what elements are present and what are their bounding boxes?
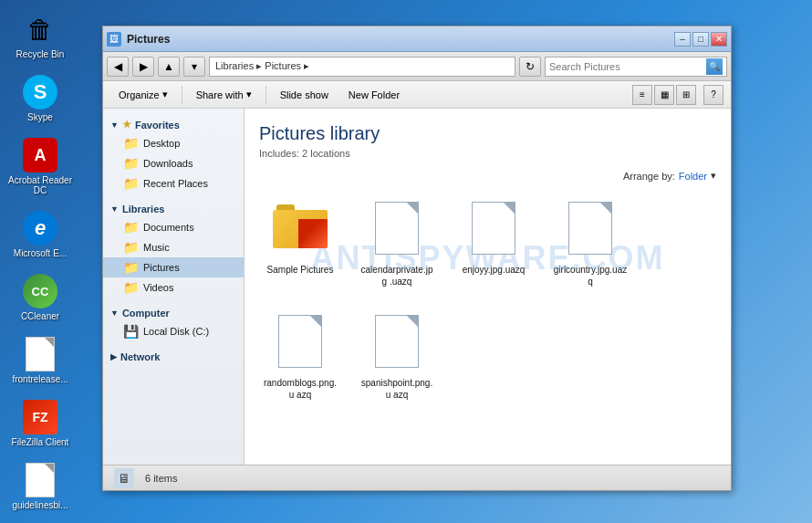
- view-details-button[interactable]: ▦: [654, 85, 674, 105]
- close-button[interactable]: ✕: [711, 32, 727, 47]
- filezilla-icon: FZ: [22, 399, 58, 435]
- enjoyy-icon: [462, 196, 526, 260]
- skype-label: Skype: [27, 112, 53, 122]
- disk-icon: 💾: [123, 324, 139, 339]
- window-title-icon: 🖼: [107, 32, 121, 47]
- desktop-icon-guidelinesbi[interactable]: guidelinesbi...: [4, 458, 77, 514]
- arrange-by-label: Arrange by:: [623, 171, 675, 182]
- generic-file-icon-2: [472, 202, 515, 255]
- recycle-bin-label: Recycle Bin: [16, 49, 65, 59]
- calendarprivate-icon: [365, 196, 429, 260]
- desktop-icon-acrobat[interactable]: A Acrobat Reader DC: [4, 133, 77, 199]
- file-item-girlcountry[interactable]: girlcountry.jpg.uaz q: [549, 193, 631, 291]
- recent-locations-button[interactable]: ▾: [183, 57, 205, 77]
- arrange-chevron-icon[interactable]: ▾: [711, 170, 716, 182]
- view-icons-button[interactable]: ⊞: [676, 85, 696, 105]
- minimize-button[interactable]: –: [674, 32, 691, 47]
- sidebar-network-header[interactable]: ▶ Network: [103, 349, 244, 365]
- folder-body: [273, 210, 328, 248]
- address-path[interactable]: Libraries ▸ Pictures ▸: [209, 57, 515, 77]
- ccleaner-label: CCleaner: [21, 311, 59, 321]
- file-item-randomblogs[interactable]: randomblogs.png.u azq: [259, 306, 341, 404]
- organize-button[interactable]: Organize ▾: [110, 84, 176, 106]
- desktop-icon-recycle-bin[interactable]: 🗑 Recycle Bin: [4, 7, 77, 63]
- sidebar-item-music[interactable]: 📁 Music: [103, 237, 244, 257]
- pictures-icon: 📁: [123, 260, 139, 275]
- guidelinesbi-icon: [22, 462, 58, 498]
- share-with-label: Share with: [196, 89, 244, 100]
- back-button[interactable]: ◀: [107, 57, 129, 77]
- desktop-icon-frontrelease[interactable]: frontrelease...: [4, 332, 77, 388]
- sidebar-pictures-label: Pictures: [143, 262, 180, 273]
- new-folder-button[interactable]: New Folder: [340, 84, 408, 106]
- spanishpoint-icon: [365, 309, 429, 373]
- desktop-icon-skype[interactable]: S Skype: [4, 70, 77, 126]
- toolbar-separator-2: [265, 86, 266, 104]
- sidebar-music-label: Music: [143, 242, 170, 253]
- girlcountry-icon: [558, 196, 622, 260]
- status-bar: 🖥 6 items: [103, 465, 731, 490]
- content-title: Pictures library: [259, 123, 716, 144]
- sidebar: ▼ ★ Favorites 📁 Desktop 📁 Downloads 📁 Re…: [103, 109, 245, 465]
- edge-icon: e: [22, 210, 58, 246]
- frontrelease-icon: [22, 336, 58, 372]
- folder-image: [298, 219, 328, 248]
- sidebar-item-pictures[interactable]: 📁 Pictures: [103, 257, 244, 277]
- toolbar-separator-1: [182, 86, 182, 104]
- forward-button[interactable]: ▶: [132, 57, 154, 77]
- file-item-calendarprivate[interactable]: calendarprivate.jpg .uazq: [356, 193, 438, 291]
- sidebar-documents-label: Documents: [143, 222, 194, 233]
- desktop-icon-filezilla[interactable]: FZ FileZilla Client: [4, 395, 77, 451]
- sample-pictures-icon: [268, 196, 332, 260]
- file-label-enjoyy: enjoyy.jpg.uazq: [463, 264, 526, 276]
- search-box[interactable]: 🔍: [545, 57, 727, 77]
- sidebar-section-favorites: ▼ ★ Favorites 📁 Desktop 📁 Downloads 📁 Re…: [103, 116, 244, 194]
- desktop-icon-edge[interactable]: e Microsoft E...: [4, 206, 77, 262]
- sidebar-item-local-disk[interactable]: 💾 Local Disk (C:): [103, 321, 244, 341]
- main-area: ▼ ★ Favorites 📁 Desktop 📁 Downloads 📁 Re…: [103, 109, 731, 465]
- sidebar-item-documents[interactable]: 📁 Documents: [103, 217, 244, 237]
- window-title: Pictures: [127, 33, 674, 46]
- file-label-sample-pictures: Sample Pictures: [267, 264, 334, 276]
- search-input[interactable]: [549, 61, 703, 72]
- explorer-window: 🖼 Pictures – □ ✕ ◀ ▶ ▲ ▾ Libraries ▸ Pic…: [102, 26, 732, 491]
- path-text: Libraries ▸ Pictures ▸: [215, 60, 309, 72]
- sidebar-videos-label: Videos: [143, 282, 173, 293]
- up-button[interactable]: ▲: [158, 57, 180, 77]
- file-item-sample-pictures[interactable]: Sample Pictures: [259, 193, 341, 291]
- refresh-button[interactable]: ↻: [519, 57, 541, 77]
- share-with-button[interactable]: Share with ▾: [188, 84, 260, 106]
- sidebar-item-downloads[interactable]: 📁 Downloads: [103, 153, 244, 173]
- status-computer-icon: 🖥: [114, 468, 134, 488]
- sidebar-libraries-header[interactable]: ▼ Libraries: [103, 201, 244, 217]
- toolbar: Organize ▾ Share with ▾ Slide show New F…: [103, 81, 731, 109]
- file-item-spanishpoint[interactable]: spanishpoint.png.u azq: [356, 306, 438, 404]
- randomblogs-icon: [268, 309, 332, 373]
- arrange-bar: Arrange by: Folder ▾: [259, 170, 716, 182]
- sidebar-recent-label: Recent Places: [143, 178, 208, 189]
- arrange-by-value[interactable]: Folder: [679, 171, 707, 182]
- computer-arrow-icon: ▼: [110, 309, 119, 318]
- sidebar-item-recent-places[interactable]: 📁 Recent Places: [103, 173, 244, 194]
- favorites-arrow-icon: ▼: [110, 120, 119, 130]
- file-label-randomblogs: randomblogs.png.u azq: [263, 377, 338, 401]
- slide-show-button[interactable]: Slide show: [272, 84, 337, 106]
- sidebar-computer-header[interactable]: ▼ Computer: [103, 305, 244, 321]
- recent-folder-icon: 📁: [123, 176, 139, 191]
- sidebar-favorites-header[interactable]: ▼ ★ Favorites: [103, 116, 244, 133]
- maximize-button[interactable]: □: [692, 32, 709, 47]
- sidebar-item-desktop[interactable]: 📁 Desktop: [103, 133, 244, 153]
- sidebar-item-videos[interactable]: 📁 Videos: [103, 277, 244, 298]
- address-bar: ◀ ▶ ▲ ▾ Libraries ▸ Pictures ▸ ↻ 🔍: [103, 52, 731, 81]
- file-item-enjoyy[interactable]: enjoyy.jpg.uazq: [453, 193, 535, 291]
- help-button[interactable]: ?: [703, 85, 724, 105]
- computer-label: Computer: [122, 308, 170, 319]
- network-arrow-icon: ▶: [110, 352, 117, 361]
- network-label: Network: [120, 351, 160, 362]
- file-label-spanishpoint: spanishpoint.png.u azq: [359, 377, 434, 401]
- sidebar-downloads-label: Downloads: [143, 158, 193, 169]
- view-list-button[interactable]: ≡: [632, 85, 652, 105]
- filezilla-label: FileZilla Client: [12, 437, 69, 447]
- desktop-icon-ccleaner[interactable]: CC CCleaner: [4, 269, 77, 325]
- search-button[interactable]: 🔍: [706, 58, 723, 75]
